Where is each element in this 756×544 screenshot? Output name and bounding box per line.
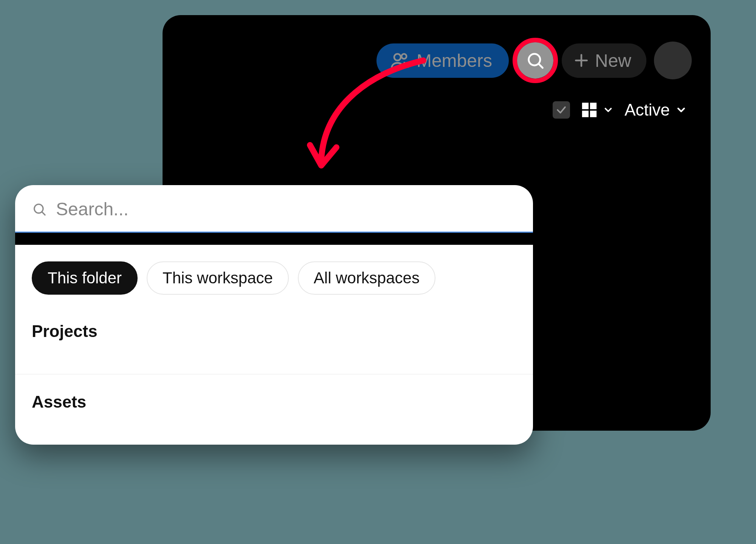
plus-icon — [573, 52, 590, 69]
members-button[interactable]: Members — [376, 43, 509, 78]
svg-rect-6 — [582, 103, 589, 109]
status-filter-label: Active — [624, 100, 670, 119]
svg-rect-7 — [590, 103, 596, 109]
members-icon — [390, 51, 410, 70]
svg-rect-9 — [590, 111, 596, 117]
search-icon — [32, 202, 47, 217]
projects-section-heading: Projects — [15, 304, 533, 374]
search-button[interactable] — [516, 42, 554, 79]
chevron-down-icon — [675, 104, 687, 116]
select-checkbox[interactable] — [553, 101, 570, 119]
assets-section-heading: Assets — [15, 374, 533, 445]
topbar: Members New — [181, 42, 692, 79]
status-filter[interactable]: Active — [624, 100, 687, 119]
chevron-down-icon — [603, 104, 614, 116]
svg-line-11 — [42, 212, 45, 215]
svg-rect-8 — [582, 111, 589, 117]
view-switcher[interactable] — [581, 101, 614, 119]
search-input[interactable] — [56, 199, 516, 219]
scope-this-folder[interactable]: This folder — [32, 261, 138, 295]
scope-row: This folder This workspace All workspace… — [15, 245, 533, 304]
members-label: Members — [417, 50, 492, 71]
search-input-row — [15, 185, 533, 233]
new-label: New — [595, 50, 631, 71]
svg-point-2 — [529, 54, 540, 65]
popover-divider-bar — [15, 233, 533, 245]
grid-icon — [581, 101, 598, 119]
scope-all-workspaces[interactable]: All workspaces — [298, 261, 435, 295]
new-button[interactable]: New — [562, 43, 646, 78]
search-popover: This folder This workspace All workspace… — [15, 185, 533, 445]
controls-row: Active — [181, 100, 692, 119]
svg-line-3 — [539, 64, 543, 68]
scope-this-workspace[interactable]: This workspace — [147, 261, 289, 295]
svg-point-0 — [394, 54, 401, 60]
svg-point-1 — [401, 54, 406, 59]
avatar[interactable] — [654, 42, 692, 79]
